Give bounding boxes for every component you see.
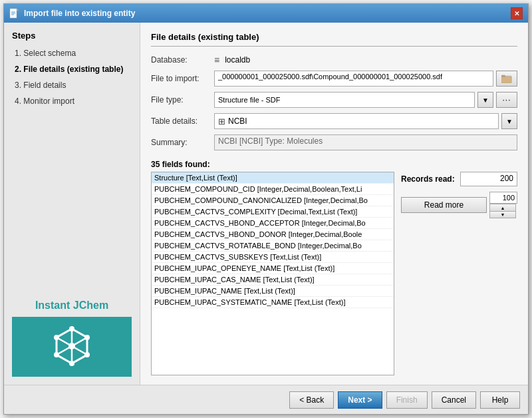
field-item: PUBCHEM_CACTVS_SUBSKEYS [Text,List (Text… (152, 252, 394, 263)
import-icon (9, 8, 20, 19)
file-import-value: _000000001_000025000.sdf\Compound_000000… (214, 71, 517, 87)
footer: < Back Next > Finish Cancel Help (4, 385, 528, 414)
folder-icon (501, 74, 512, 83)
field-item: PUBCHEM_CACTVS_HBOND_ACCEPTOR [Integer,D… (152, 218, 394, 229)
file-type-container: Structure file - SDF ▼ ··· (214, 92, 517, 108)
steps-title: Steps (12, 31, 132, 41)
table-details-row: Table details: ⊞ NCBI ▼ (151, 113, 517, 129)
spinner-input[interactable] (489, 192, 517, 204)
database-value: ≡ localdb (214, 55, 517, 65)
records-read-value: 200 (460, 172, 517, 186)
summary-box: NCBI [NCBI] Type: Molecules (214, 134, 517, 150)
spinner-up-button[interactable]: ▲ (489, 204, 516, 211)
field-item: PUBCHEM_IUPAC_NAME [Text,List (Text)] (152, 286, 394, 297)
field-item: PUBCHEM_COMPOUND_CANONICALIZED [Integer,… (152, 195, 394, 206)
content-area: Steps 1. Select schema 2. File details (… (4, 23, 528, 385)
cancel-button[interactable]: Cancel (432, 391, 476, 409)
step-2: 2. File details (existing table) (12, 63, 132, 75)
spinner-container: ▲ ▼ (489, 192, 517, 218)
spinner-buttons: ▲ ▼ (489, 204, 517, 218)
field-item: Structure [Text,List (Text)] (152, 172, 394, 184)
file-input-area: _000000001_000025000.sdf\Compound_000000… (214, 71, 517, 87)
svg-point-14 (54, 352, 59, 357)
close-button[interactable]: ✕ (511, 7, 523, 19)
brand-logo (12, 317, 132, 377)
step-4: 4. Monitor import (12, 95, 132, 107)
fields-right: Records read: 200 Read more ▲ ▼ (401, 172, 517, 375)
fields-list: Structure [Text,List (Text)]PUBCHEM_COMP… (152, 172, 394, 308)
table-select-box: ⊞ NCBI (214, 113, 499, 129)
step-3: 3. Field details (12, 79, 132, 91)
svg-point-16 (68, 343, 75, 349)
fields-content: Structure [Text,List (Text)]PUBCHEM_COMP… (151, 172, 517, 375)
field-item: PUBCHEM_IUPAC_OPENEYE_NAME [Text,List (T… (152, 263, 394, 274)
steps-panel: Steps 1. Select schema 2. File details (… (4, 23, 140, 385)
fields-list-container[interactable]: Structure [Text,List (Text)]PUBCHEM_COMP… (151, 172, 394, 375)
read-more-row: Read more ▲ ▼ (401, 192, 517, 218)
field-item: PUBCHEM_CACTVS_HBOND_DONOR [Integer,Deci… (152, 229, 394, 240)
table-dropdown-arrow[interactable]: ▼ (501, 113, 517, 129)
browse-button[interactable] (496, 71, 517, 87)
database-name: localdb (225, 55, 250, 65)
main-panel: File details (existing table) Database: … (140, 23, 528, 385)
database-icon: ≡ (214, 55, 219, 65)
summary-row: Summary: NCBI [NCBI] Type: Molecules (151, 134, 517, 150)
svg-point-15 (54, 335, 59, 340)
svg-point-11 (84, 335, 90, 340)
field-item: PUBCHEM_IUPAC_SYSTEMATIC_NAME [Text,List… (152, 297, 394, 308)
title-bar-left: Import file into existing entity (9, 8, 135, 19)
fields-section: 35 fields found: Structure [Text,List (T… (151, 160, 517, 375)
file-type-row: File type: Structure file - SDF ▼ ··· (151, 92, 517, 108)
svg-point-13 (69, 361, 74, 366)
dialog: Import file into existing entity ✕ Steps… (3, 3, 529, 415)
help-button[interactable]: Help (480, 391, 520, 409)
file-type-more-button[interactable]: ··· (496, 92, 517, 108)
records-read-label: Records read: (401, 174, 455, 184)
summary-value: NCBI [NCBI] Type: Molecules (214, 134, 517, 150)
molecule-icon (49, 323, 95, 370)
spinner-down-button[interactable]: ▼ (489, 211, 516, 218)
field-item: PUBCHEM_IUPAC_CAS_NAME [Text,List (Text)… (152, 274, 394, 286)
step-1: 1. Select schema (12, 47, 132, 59)
field-item: PUBCHEM_CACTVS_ROTATABLE_BOND [Integer,D… (152, 240, 394, 252)
file-path-box: _000000001_000025000.sdf\Compound_000000… (214, 71, 493, 87)
branding-area: Instant JChem (12, 300, 132, 377)
finish-button[interactable]: Finish (386, 391, 428, 409)
records-row: Records read: 200 (401, 172, 517, 186)
fields-found-label: 35 fields found: (151, 160, 517, 169)
table-details-label: Table details: (151, 116, 214, 126)
next-button[interactable]: Next > (338, 391, 382, 409)
field-item: PUBCHEM_COMPOUND_CID [Integer,Decimal,Bo… (152, 184, 394, 195)
title-bar: Import file into existing entity ✕ (4, 4, 528, 23)
file-type-label: File type: (151, 95, 214, 104)
svg-point-10 (69, 326, 74, 331)
table-details-value: ⊞ NCBI ▼ (214, 113, 517, 129)
summary-label: Summary: (151, 138, 214, 147)
file-type-value: Structure file - SDF ▼ ··· (214, 92, 517, 108)
file-import-label: File to import: (151, 74, 214, 83)
read-more-button[interactable]: Read more (401, 197, 487, 213)
back-button[interactable]: < Back (289, 391, 334, 409)
table-name: NCBI (228, 116, 247, 126)
field-item: PUBCHEM_CACTVS_COMPLEXITY [Decimal,Text,… (152, 206, 394, 218)
brand-text: Instant JChem (35, 300, 108, 312)
database-label: Database: (151, 55, 214, 65)
svg-point-12 (84, 352, 90, 357)
steps-list: 1. Select schema 2. File details (existi… (12, 47, 132, 111)
grid-icon: ⊞ (218, 116, 225, 126)
dialog-title: Import file into existing entity (24, 9, 135, 18)
file-type-dropdown-arrow[interactable]: ▼ (477, 92, 493, 108)
database-row: Database: ≡ localdb (151, 55, 517, 65)
file-type-box: Structure file - SDF (214, 92, 475, 108)
file-import-row: File to import: _000000001_000025000.sdf… (151, 71, 517, 87)
file-type-text: Structure file - SDF (218, 96, 281, 104)
section-title: File details (existing table) (151, 32, 517, 47)
table-input-area: ⊞ NCBI ▼ (214, 113, 517, 129)
